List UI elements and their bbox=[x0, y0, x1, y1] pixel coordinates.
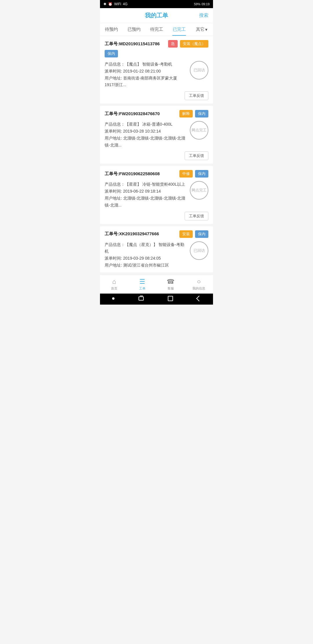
order-card-3: 工单号:FW20190622580608 中修 保内 产品信息：【星星】 冷链-… bbox=[100, 166, 213, 224]
order-no-3: 工单号:FW20190622580608 bbox=[105, 171, 177, 177]
dispatch-time-1: 派单时间: 2019-01-22 08:21:00 bbox=[105, 68, 186, 75]
dispatch-time-3: 派单时间: 2019-06-22 09:18:14 bbox=[105, 188, 186, 195]
chevron-down-icon: ▾ bbox=[205, 27, 208, 32]
header: 我的工单 搜索 bbox=[100, 8, 213, 23]
card-2-text: 产品信息：【星星】 冰箱-普通0-400L 派单时间: 2019-03-28 1… bbox=[105, 121, 186, 149]
dispatch-time-4: 派单时间: 2019-03-29 08:24:05 bbox=[105, 255, 186, 262]
nav-service[interactable]: ☎ 客服 bbox=[156, 277, 185, 292]
sys-nav-recent[interactable] bbox=[139, 296, 144, 301]
home-icon: ⌂ bbox=[112, 278, 116, 285]
bluetooth-icon: ✱ bbox=[103, 2, 106, 6]
address-4: 用户地址: 测试/浙江省台州市椒江区 bbox=[105, 262, 186, 269]
card-2-info: 产品信息：【星星】 冰箱-普通0-400L 派单时间: 2019-03-28 1… bbox=[105, 121, 208, 149]
order-card-4: 工单号:XK20190329477666 安装 保内 产品信息：【魔点（星克）】… bbox=[100, 226, 213, 272]
feedback-btn-1[interactable]: 工单反馈 bbox=[185, 91, 208, 100]
sys-nav-home-btn[interactable] bbox=[168, 296, 173, 301]
badge-warranty-1: 保内 bbox=[105, 50, 118, 57]
order-list: 工单号:MD20190115413786 急 安装（魔点） 保内 产品信息：【魔… bbox=[100, 36, 213, 275]
tab-pending-appt[interactable]: 待预约 bbox=[100, 23, 123, 36]
system-nav-bar bbox=[100, 294, 213, 305]
feedback-btn-3[interactable]: 工单反馈 bbox=[185, 212, 208, 220]
service-icon: ☎ bbox=[167, 278, 174, 285]
order-no-4: 工单号:XK20190329477666 bbox=[105, 231, 177, 237]
card-1-text: 产品信息：【魔点】 智能设备-考勤机 派单时间: 2019-01-22 08:2… bbox=[105, 61, 186, 88]
time-label: 09:19 bbox=[201, 2, 210, 6]
card-4-info: 产品信息：【魔点（星克）】 智能设备-考勤机 派单时间: 2019-03-29 … bbox=[105, 241, 208, 269]
badge-warranty-2: 保内 bbox=[195, 110, 208, 117]
search-button[interactable]: 搜索 bbox=[199, 12, 208, 19]
badge-urgent-1: 急 bbox=[168, 40, 178, 48]
badge-install-4: 安装 bbox=[179, 230, 193, 238]
card-4-header: 工单号:XK20190329477666 安装 保内 bbox=[105, 230, 208, 238]
card-1-footer: 工单反馈 bbox=[105, 91, 208, 100]
card-1-header: 工单号:MD20190115413786 急 安装（魔点） 保内 bbox=[105, 40, 208, 57]
card-2-header: 工单号:FW20190328476670 解释 保内 bbox=[105, 110, 208, 117]
nav-home-label: 首页 bbox=[111, 286, 117, 291]
status-bar: ✱ ⏰ WiFi 4G 59% 09:19 bbox=[100, 0, 213, 8]
alarm-icon: ⏰ bbox=[108, 2, 112, 6]
address-2: 用户地址: 北溜镇-北溜镇-北溜镇-北溜镇-北溜镇-北溜... bbox=[105, 135, 186, 149]
product-info-3: 产品信息：【星星】 冷链-智能货柜400L以上 bbox=[105, 181, 186, 188]
battery-label: 59% bbox=[194, 2, 200, 6]
dispatch-time-2: 派单时间: 2019-03-28 10:32:14 bbox=[105, 128, 186, 135]
page-title: 我的工单 bbox=[145, 12, 168, 19]
stamp-2: 网点完工 bbox=[190, 121, 208, 140]
order-card-1: 工单号:MD20190115413786 急 安装（魔点） 保内 产品信息：【魔… bbox=[100, 36, 213, 104]
stamp-1: 已回访 bbox=[190, 61, 208, 79]
tab-appointed[interactable]: 已预约 bbox=[123, 23, 145, 36]
order-no-2: 工单号:FW20190328476670 bbox=[105, 111, 177, 117]
address-1: 用户地址: 首南街道-南部商务区罗蒙大厦1917/浙江... bbox=[105, 75, 186, 89]
badge-warranty-4: 保内 bbox=[195, 230, 208, 238]
product-info-2: 产品信息：【星星】 冰箱-普通0-400L bbox=[105, 121, 186, 128]
nav-orders[interactable]: ☰ 工单 bbox=[128, 277, 157, 292]
tab-done[interactable]: 已完工 bbox=[168, 23, 190, 36]
sys-nav-dot[interactable] bbox=[112, 297, 114, 300]
card-3-header: 工单号:FW20190622580608 中修 保内 bbox=[105, 170, 208, 178]
product-info-1: 产品信息：【魔点】 智能设备-考勤机 bbox=[105, 61, 186, 68]
product-info-4: 产品信息：【魔点（星克）】 智能设备-考勤机 bbox=[105, 241, 186, 255]
order-no-1: 工单号:MD20190115413786 bbox=[105, 41, 166, 47]
nav-orders-label: 工单 bbox=[139, 286, 145, 291]
tab-other[interactable]: 其它 ▾ bbox=[190, 23, 213, 36]
card-4-text: 产品信息：【魔点（星克）】 智能设备-考勤机 派单时间: 2019-03-29 … bbox=[105, 241, 186, 269]
stamp-3: 网点完工 bbox=[190, 181, 208, 200]
user-icon: ○ bbox=[197, 278, 201, 285]
wifi-icon: WiFi bbox=[114, 2, 121, 6]
stamp-4: 已回访 bbox=[190, 241, 208, 260]
tab-other-label: 其它 bbox=[196, 27, 205, 32]
nav-service-label: 客服 bbox=[168, 286, 174, 291]
orders-icon: ☰ bbox=[139, 278, 145, 285]
card-2-footer: 工单反馈 bbox=[105, 151, 208, 160]
badge-install-1: 安装（魔点） bbox=[180, 40, 208, 48]
sys-nav-back[interactable] bbox=[196, 296, 202, 301]
tab-pending-done[interactable]: 待完工 bbox=[145, 23, 168, 36]
feedback-btn-2[interactable]: 工单反馈 bbox=[185, 151, 208, 160]
card-3-footer: 工单反馈 bbox=[105, 212, 208, 220]
card-1-info: 产品信息：【魔点】 智能设备-考勤机 派单时间: 2019-01-22 08:2… bbox=[105, 61, 208, 88]
order-card-2: 工单号:FW20190328476670 解释 保内 产品信息：【星星】 冰箱-… bbox=[100, 106, 213, 164]
badge-warranty-3: 保内 bbox=[195, 170, 208, 178]
status-bar-left: ✱ ⏰ WiFi 4G bbox=[103, 2, 128, 6]
badge-repair-3: 中修 bbox=[179, 170, 193, 178]
bottom-nav: ⌂ 首页 ☰ 工单 ☎ 客服 ○ 我的信息 bbox=[100, 275, 213, 294]
badge-explain-2: 解释 bbox=[179, 110, 193, 117]
tab-bar: 待预约 已预约 待完工 已完工 其它 ▾ bbox=[100, 23, 213, 36]
nav-home[interactable]: ⌂ 首页 bbox=[100, 277, 128, 292]
signal-label: 4G bbox=[123, 2, 128, 6]
nav-myinfo[interactable]: ○ 我的信息 bbox=[185, 277, 213, 292]
card-3-text: 产品信息：【星星】 冷链-智能货柜400L以上 派单时间: 2019-06-22… bbox=[105, 181, 186, 209]
card-3-info: 产品信息：【星星】 冷链-智能货柜400L以上 派单时间: 2019-06-22… bbox=[105, 181, 208, 209]
status-bar-right: 59% 09:19 bbox=[194, 2, 210, 6]
address-3: 用户地址: 北溜镇-北溜镇-北溜镇-北溜镇-北溜镇-北溜... bbox=[105, 195, 186, 209]
nav-myinfo-label: 我的信息 bbox=[192, 286, 205, 291]
